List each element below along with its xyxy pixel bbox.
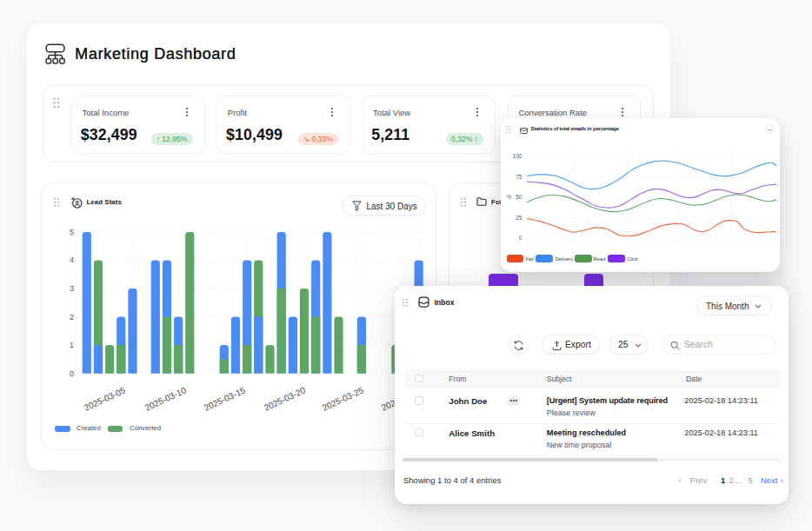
svg-text:2025-03-15: 2025-03-15 xyxy=(203,385,247,413)
svg-text:4: 4 xyxy=(70,256,74,264)
svg-text:%: % xyxy=(507,194,512,200)
svg-text:50: 50 xyxy=(516,194,522,200)
svg-text:1: 1 xyxy=(70,341,74,349)
svg-text:2025-03-10: 2025-03-10 xyxy=(143,385,188,413)
svg-text:2025-03-05: 2025-03-05 xyxy=(83,385,127,413)
svg-text:3: 3 xyxy=(70,284,74,293)
svg-text:25: 25 xyxy=(516,214,522,220)
svg-text:5: 5 xyxy=(70,228,74,236)
svg-text:2: 2 xyxy=(70,313,74,322)
svg-text:75: 75 xyxy=(516,173,522,179)
svg-text:2025-03-20: 2025-03-20 xyxy=(263,385,307,413)
svg-text:100: 100 xyxy=(512,153,522,159)
svg-text:0: 0 xyxy=(70,369,74,378)
svg-text:0: 0 xyxy=(519,235,522,241)
svg-text:2025-03-25: 2025-03-25 xyxy=(321,385,365,413)
